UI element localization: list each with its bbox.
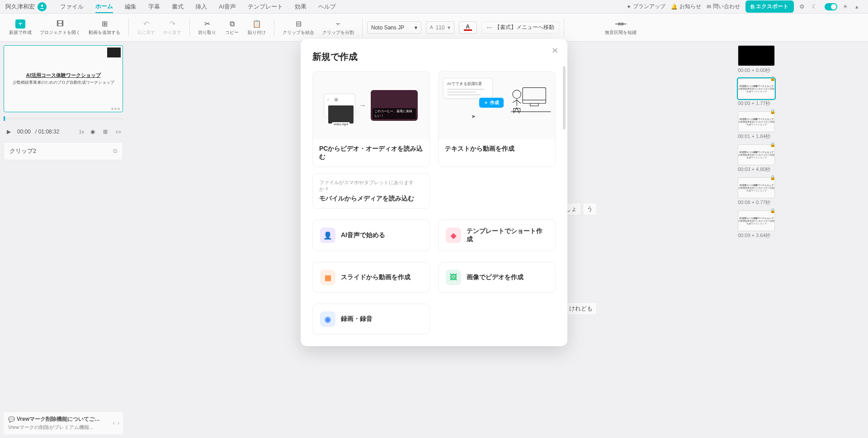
arrow-right-icon: → [359, 101, 366, 110]
hero-illustration-text: AIでできる副業5選 ＋ 作成 ➤ [439, 71, 555, 139]
option-image-video[interactable]: 🖼 画像でビデオを作成 [438, 262, 556, 293]
record-label: 録画・録音 [341, 315, 373, 323]
mobile-import-label: モバイルからメディアを読み込む [319, 195, 423, 203]
template-icon: ◆ [446, 228, 461, 243]
slide-video-label: スライドから動画を作成 [341, 273, 410, 281]
text-card-title: AIでできる副業5選 [447, 81, 482, 86]
svg-rect-3 [530, 104, 538, 106]
image-video-label: 画像でビデオを作成 [467, 273, 524, 281]
hero-illustration-pc: video.mp4 → このコーヒー、最高に美味しい！ [313, 71, 429, 139]
new-project-modal: ✕ 新規で作成 video.mp4 → このコーヒー、最高に美味しい！ PCから… [301, 39, 567, 346]
option-slide-video[interactable]: ▦ スライドから動画を作成 [312, 262, 430, 293]
image-icon: 🖼 [446, 270, 461, 285]
record-icon: ◉ [320, 311, 335, 327]
mobile-hint: ファイルがスマホやタブレットにありますか？ [319, 179, 423, 193]
slide-icon: ▦ [320, 270, 335, 285]
video-tag: video.mp4 [332, 122, 350, 126]
template-short-label: テンプレートでショート作成 [467, 227, 548, 243]
option-record[interactable]: ◉ 録画・録音 [312, 304, 430, 334]
ai-voice-label: AI音声で始める [341, 231, 385, 239]
option-pc-import-label: PCからビデオ・オーディオを読み込む [313, 139, 429, 167]
modal-title: 新規で作成 [312, 51, 556, 63]
option-ai-voice[interactable]: 👤 AI音声で始める [312, 219, 430, 251]
option-text-to-video-label: テキストから動画を作成 [439, 139, 555, 158]
option-text-to-video[interactable]: AIでできる副業5選 ＋ 作成 ➤ [438, 71, 556, 167]
svg-point-5 [513, 90, 521, 98]
ai-voice-icon: 👤 [320, 228, 335, 243]
option-template-short[interactable]: ◆ テンプレートでショート作成 [438, 219, 556, 251]
option-pc-import[interactable]: video.mp4 → このコーヒー、最高に美味しい！ PCからビデオ・オーディ… [312, 71, 430, 167]
option-mobile-import[interactable]: ファイルがスマホやタブレットにありますか？ モバイルからメディアを読み込む [312, 173, 430, 209]
desk-illustration [503, 76, 552, 126]
caption-text: このコーヒー、最高に美味しい！ [373, 108, 416, 119]
illus-create-button: ＋ 作成 [479, 98, 504, 108]
svg-rect-1 [523, 88, 546, 104]
modal-overlay: ✕ 新規で作成 video.mp4 → このコーヒー、最高に美味しい！ PCから… [0, 0, 868, 438]
cursor-icon: ➤ [471, 113, 476, 120]
modal-scrollbar[interactable] [563, 66, 566, 129]
close-icon[interactable]: ✕ [549, 45, 560, 56]
